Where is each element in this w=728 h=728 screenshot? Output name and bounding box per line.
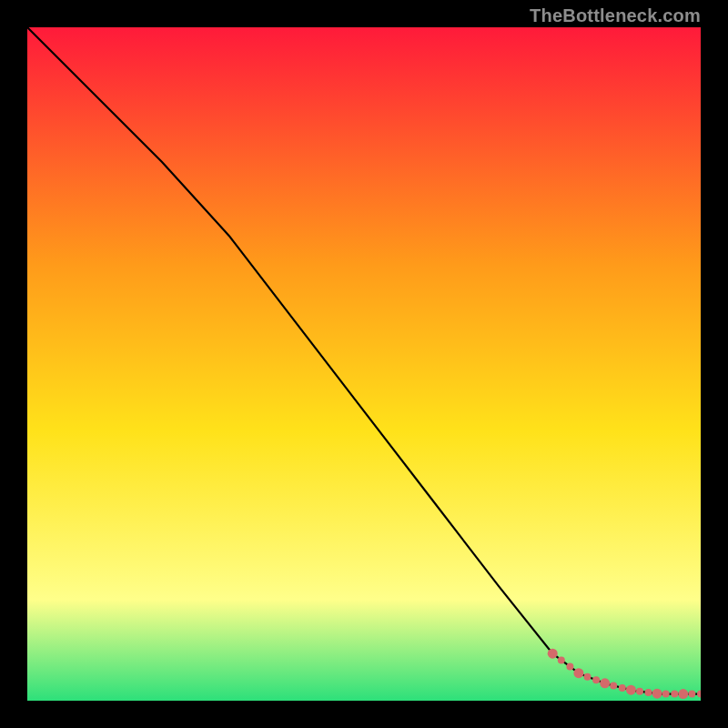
curve-line — [27, 27, 701, 694]
curve-marker — [566, 663, 573, 671]
curve-marker — [584, 673, 592, 681]
curve-marker — [548, 649, 558, 659]
curve-marker — [592, 676, 600, 683]
curve-markers — [548, 649, 701, 699]
curve-marker — [600, 678, 610, 688]
curve-marker — [610, 682, 617, 690]
curve-marker — [662, 691, 670, 698]
curve-marker — [645, 689, 652, 696]
curve-marker — [688, 691, 695, 698]
curve-marker — [626, 685, 636, 695]
chart-overlay — [27, 27, 701, 701]
curve-marker — [636, 688, 643, 695]
chart-area — [27, 27, 701, 701]
watermark-label: TheBottleneck.com — [530, 5, 701, 26]
curve-marker — [671, 691, 678, 698]
curve-marker — [697, 691, 701, 698]
curve-marker — [652, 689, 662, 699]
curve-marker — [678, 689, 688, 699]
curve-marker — [619, 684, 626, 692]
curve-marker — [558, 656, 565, 663]
curve-marker — [573, 668, 583, 678]
